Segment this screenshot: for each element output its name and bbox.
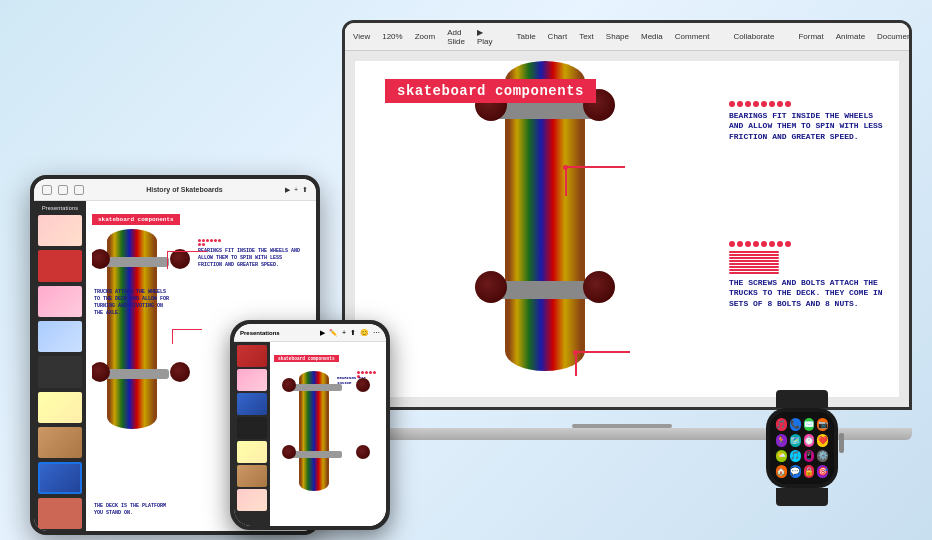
iphone-thumb-6[interactable] [237, 465, 267, 487]
iphone-share-icon[interactable]: ⬆ [350, 329, 356, 337]
iphone-thumb-4[interactable] [237, 417, 267, 439]
toolbar-zoom[interactable]: 120% [382, 32, 402, 41]
ipad-ctrl-1[interactable] [42, 185, 52, 195]
ipad-bearings-text: BEARINGS FIT INSIDE THE WHEELS AND ALLOW… [198, 248, 308, 269]
ipad-sidebar-label: Presentations [34, 201, 86, 213]
iphone-sidebar [234, 342, 270, 526]
watch-app-16[interactable]: 🎯 [817, 465, 828, 478]
watch-screen: 🎵 📞 ✉️ 📷 🏃 🗺️ ⏱️ ❤️ 🌤️ 🎵 📱 ⚙️ 🏠 💬 🔒 🎯 [770, 412, 834, 484]
toolbar-add-slide[interactable]: Add Slide [447, 28, 465, 46]
toolbar-view[interactable]: View [353, 32, 370, 41]
ipad-slide-title: skateboard components [92, 214, 180, 225]
ipad-thumb-8[interactable] [38, 462, 82, 493]
iphone-thumb-3[interactable] [237, 393, 267, 415]
toolbar-text[interactable]: Text [579, 32, 594, 41]
toolbar-chart[interactable]: Chart [548, 32, 568, 41]
annotation-screws: THE SCREWS AND BOLTS ATTACH THE TRUCKS T… [729, 241, 889, 309]
iphone-thumb-2[interactable] [237, 369, 267, 391]
watch-app-1[interactable]: 🎵 [776, 418, 787, 431]
iphone-play-icon[interactable]: ▶ [320, 329, 325, 337]
toolbar-play[interactable]: ▶ Play [477, 28, 493, 46]
watch-app-13[interactable]: 🏠 [776, 465, 787, 478]
iphone-more-icon[interactable]: ⋯ [373, 329, 380, 337]
watch-app-11[interactable]: 📱 [804, 450, 815, 463]
ipad-bearings-dots [198, 239, 222, 246]
ipad-thumb-5[interactable] [38, 356, 82, 387]
apple-watch: 🎵 📞 ✉️ 📷 🏃 🗺️ ⏱️ ❤️ 🌤️ 🎵 📱 ⚙️ 🏠 💬 🔒 🎯 [757, 390, 847, 500]
ipad-thumb-3[interactable] [38, 286, 82, 317]
iphone-topbar: Presentations ▶ ✏️ + ⬆ 😊 ⋯ [234, 324, 386, 342]
ipad-sidebar: Presentations [34, 201, 86, 531]
iphone-thumb-1[interactable] [237, 345, 267, 367]
watch-app-2[interactable]: 📞 [790, 418, 801, 431]
ipad-title: History of Skateboards [146, 186, 223, 193]
iphone-slide-title: skateboard components [274, 355, 339, 362]
watch-app-14[interactable]: 💬 [790, 465, 801, 478]
iphone-annotate-icon[interactable]: ✏️ [329, 329, 338, 337]
iphone-wheel-tl [282, 378, 296, 392]
toolbar-animate[interactable]: Animate [836, 32, 865, 41]
toolbar-collaborate[interactable]: Collaborate [733, 32, 774, 41]
ipad-thumb-2[interactable] [38, 250, 82, 281]
annotation-bearings: BEARINGS FIT INSIDE THE WHEELS AND ALLOW… [729, 101, 889, 142]
ipad-add-btn[interactable]: + [294, 186, 298, 194]
ipad-play-btn[interactable]: ▶ [285, 186, 290, 194]
ipad-ctrl-2[interactable] [58, 185, 68, 195]
watch-app-12[interactable]: ⚙️ [817, 450, 828, 463]
watch-body: 🎵 📞 ✉️ 📷 🏃 🗺️ ⏱️ ❤️ 🌤️ 🎵 📱 ⚙️ 🏠 💬 🔒 🎯 [766, 408, 838, 488]
toolbar-zoom-label[interactable]: Zoom [415, 32, 435, 41]
slide-title: skateboard components [385, 79, 596, 103]
ipad-topbar: History of Skateboards ▶ + ⬆ [34, 179, 316, 201]
watch-app-5[interactable]: 🏃 [776, 434, 787, 447]
toolbar-table[interactable]: Table [516, 32, 535, 41]
ipad-thumb-9[interactable] [38, 498, 82, 529]
watch-app-8[interactable]: ❤️ [817, 434, 828, 447]
watch-app-6[interactable]: 🗺️ [790, 434, 801, 447]
iphone-wheel-tr [356, 378, 370, 392]
iphone-main: skateboard components [270, 342, 386, 526]
toolbar-media[interactable]: Media [641, 32, 663, 41]
ipad-share-btn[interactable]: ⬆ [302, 186, 308, 194]
iphone-thumb-7[interactable] [237, 489, 267, 511]
watch-app-9[interactable]: 🌤️ [776, 450, 787, 463]
macbook-toolbar: View 120% Zoom Add Slide ▶ Play Table Ch… [345, 23, 909, 51]
ipad-thumb-7[interactable] [38, 427, 82, 458]
iphone-title: Presentations [240, 330, 280, 336]
watch-app-4[interactable]: 📷 [817, 418, 828, 431]
iphone-wheel-bl [282, 445, 296, 459]
iphone: Presentations ▶ ✏️ + ⬆ 😊 ⋯ skateb [230, 320, 390, 530]
ipad-thumb-1[interactable] [38, 215, 82, 246]
macbook-screen: View 120% Zoom Add Slide ▶ Play Table Ch… [342, 20, 912, 410]
ipad-thumb-4[interactable] [38, 321, 82, 352]
toolbar-format[interactable]: Format [798, 32, 823, 41]
ipad-skateboard [92, 229, 192, 527]
watch-crown[interactable] [839, 433, 844, 453]
iphone-toolbar-icons: ▶ ✏️ + ⬆ 😊 ⋯ [320, 329, 380, 337]
watch-app-3[interactable]: ✉️ [804, 418, 815, 431]
watch-band-bottom [776, 488, 828, 506]
ipad-deck-annotation: THE DECK IS THE PLATFORM YOU STAND ON. [94, 503, 174, 517]
iphone-thumb-5[interactable] [237, 441, 267, 463]
macbook: View 120% Zoom Add Slide ▶ Play Table Ch… [312, 20, 932, 440]
ipad-ctrl-3[interactable] [74, 185, 84, 195]
iphone-add-icon[interactable]: + [342, 329, 346, 337]
watch-app-15[interactable]: 🔒 [804, 465, 815, 478]
toolbar-document[interactable]: Document [877, 32, 909, 41]
iphone-emoji-icon[interactable]: 😊 [360, 329, 369, 337]
watch-app-7[interactable]: ⏱️ [804, 434, 815, 447]
iphone-wheel-br [356, 445, 370, 459]
watch-home-screen: 🎵 📞 ✉️ 📷 🏃 🗺️ ⏱️ ❤️ 🌤️ 🎵 📱 ⚙️ 🏠 💬 🔒 🎯 [770, 412, 834, 484]
ipad-trucks-annotation: TRUCKS ATTACH THE WHEELS TO THE DECK AND… [94, 289, 174, 317]
watch-app-10[interactable]: 🎵 [790, 450, 801, 463]
ipad-thumb-6[interactable] [38, 392, 82, 423]
skateboard-image [435, 61, 735, 397]
toolbar-shape[interactable]: Shape [606, 32, 629, 41]
toolbar-comment[interactable]: Comment [675, 32, 710, 41]
watch-band-top [776, 390, 828, 408]
